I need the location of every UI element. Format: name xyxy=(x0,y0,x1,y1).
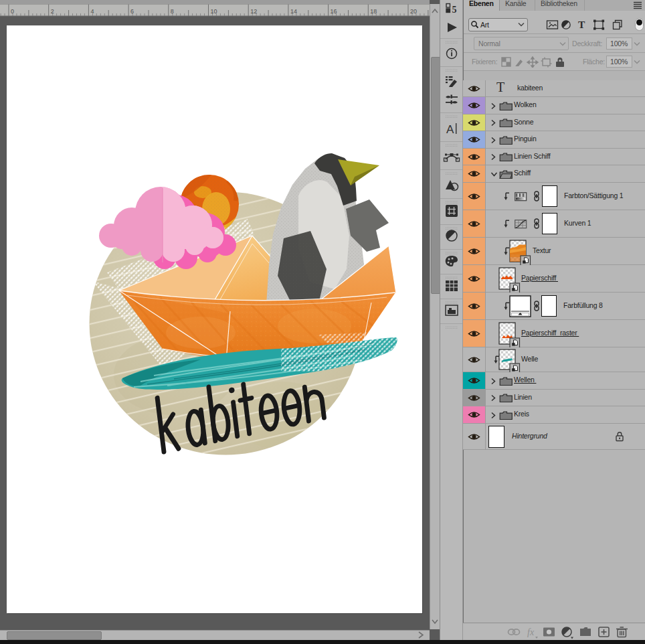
svg-text:A: A xyxy=(446,123,454,136)
svg-text:fx: fx xyxy=(527,627,535,637)
svg-text:2: 2 xyxy=(51,8,54,15)
svg-text:6: 6 xyxy=(130,8,134,15)
svg-text:0: 0 xyxy=(11,8,14,15)
svg-text:4: 4 xyxy=(90,8,94,15)
svg-text:5: 5 xyxy=(452,5,457,15)
svg-text:8: 8 xyxy=(171,8,174,15)
svg-text:T: T xyxy=(578,19,585,30)
